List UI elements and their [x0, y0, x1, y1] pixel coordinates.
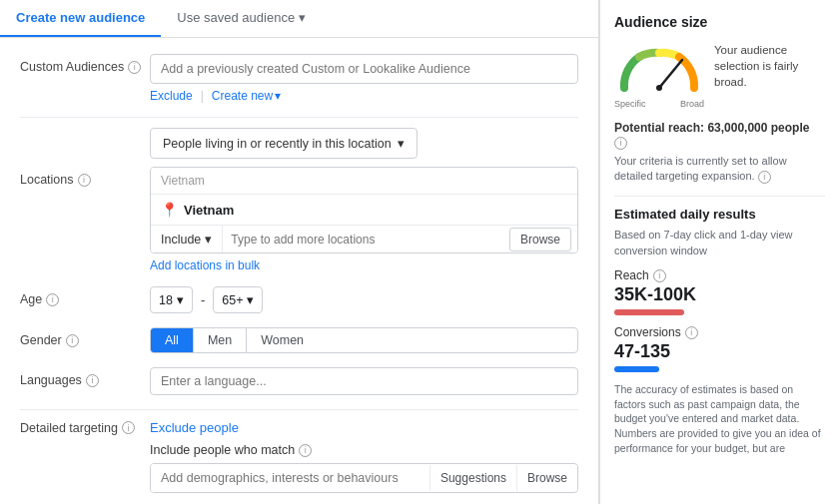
- suggestions-button[interactable]: Suggestions: [429, 465, 516, 491]
- custom-audiences-content: Exclude | Create new ▾: [150, 54, 578, 103]
- tab-create-new[interactable]: Create new audience: [0, 0, 161, 37]
- add-bulk-link[interactable]: Add locations in bulk: [150, 258, 578, 272]
- location-controls: Include ▾ Browse: [151, 225, 577, 252]
- custom-audiences-row: Custom Audiences i Exclude | Create new …: [20, 54, 578, 103]
- locations-info-icon[interactable]: i: [78, 174, 91, 187]
- location-pin-icon: 📍: [161, 202, 178, 218]
- gender-content: All Men Women: [150, 327, 578, 353]
- svg-line-0: [659, 60, 682, 88]
- locations-content: Vietnam 📍 Vietnam Include ▾: [150, 167, 578, 272]
- conversions-info-icon[interactable]: i: [685, 326, 698, 339]
- detailed-targeting-label: Detailed targeting i: [20, 421, 150, 435]
- targeting-input[interactable]: [151, 464, 429, 492]
- age-from-select[interactable]: 18 ▾: [150, 286, 193, 313]
- chevron-down-icon: ▾: [275, 89, 281, 103]
- chevron-down-icon: ▾: [205, 232, 212, 247]
- estimated-title: Estimated daily results: [614, 207, 825, 222]
- tab-bar: Create new audience Use saved audience ▾: [0, 0, 598, 38]
- languages-row: Languages i: [20, 367, 578, 395]
- gender-all-button[interactable]: All: [151, 328, 194, 352]
- include-people-label: Include people who match i: [150, 443, 578, 457]
- age-info-icon[interactable]: i: [46, 293, 59, 306]
- detailed-targeting-section: Detailed targeting i Exclude people Incl…: [20, 420, 578, 493]
- reach-value: 35K-100K: [614, 284, 825, 305]
- chevron-down-icon: ▾: [247, 292, 254, 307]
- custom-audiences-label: Custom Audiences i: [20, 54, 150, 74]
- age-label: Age i: [20, 286, 150, 306]
- tab-create-new-label: Create new audience: [16, 10, 145, 25]
- language-input[interactable]: [150, 367, 578, 395]
- age-content: 18 ▾ - 65+ ▾: [150, 286, 578, 313]
- gender-info-icon[interactable]: i: [66, 334, 79, 347]
- include-dropdown[interactable]: Include ▾: [151, 226, 223, 252]
- custom-audiences-info-icon[interactable]: i: [128, 61, 141, 74]
- main-content: Custom Audiences i Exclude | Create new …: [0, 38, 598, 504]
- languages-label: Languages i: [20, 367, 150, 387]
- conversions-bar: [614, 366, 659, 372]
- location-section: People living in or recently in this loc…: [20, 128, 578, 272]
- potential-reach: Potential reach: 63,000,000 people i: [614, 121, 825, 150]
- locations-label: Locations i: [20, 167, 150, 187]
- audience-description: Your audience selection is fairly broad.: [714, 42, 825, 90]
- audience-gauge: [614, 42, 704, 94]
- chevron-down-icon: ▾: [177, 292, 184, 307]
- location-item-vietnam: 📍 Vietnam: [151, 195, 577, 225]
- right-panel: Audience size Specific Broad: [599, 0, 839, 504]
- svg-point-1: [656, 85, 662, 91]
- criteria-note: Your criteria is currently set to allow …: [614, 154, 825, 185]
- gender-label: Gender i: [20, 327, 150, 347]
- audience-links: Exclude | Create new ▾: [150, 89, 578, 103]
- languages-info-icon[interactable]: i: [86, 374, 99, 387]
- location-type-input[interactable]: [223, 227, 509, 252]
- location-box: Vietnam 📍 Vietnam Include ▾: [150, 167, 578, 253]
- targeting-browse-button[interactable]: Browse: [516, 465, 577, 491]
- conversions-label: Conversions i: [614, 325, 825, 339]
- exclude-link[interactable]: Exclude: [150, 89, 193, 103]
- gender-row: Gender i All Men Women: [20, 327, 578, 353]
- age-to-select[interactable]: 65+ ▾: [213, 286, 263, 313]
- tab-use-saved-label: Use saved audience: [177, 10, 295, 25]
- chevron-down-icon: ▾: [299, 10, 306, 25]
- location-browse-button[interactable]: Browse: [509, 228, 571, 252]
- chevron-down-icon: ▾: [398, 136, 405, 151]
- exclude-people-link[interactable]: Exclude people: [150, 420, 239, 435]
- custom-audience-input[interactable]: [150, 54, 578, 84]
- audience-size-title: Audience size: [614, 14, 825, 30]
- age-row: Age i 18 ▾ - 65+ ▾: [20, 286, 578, 313]
- gauge-labels: Specific Broad: [614, 99, 704, 109]
- targeting-input-row: Suggestions Browse: [150, 463, 578, 493]
- divider-1: [20, 117, 578, 118]
- detailed-label-row: Detailed targeting i Exclude people: [20, 420, 578, 435]
- criteria-info-icon[interactable]: i: [758, 171, 771, 184]
- location-search-header: Vietnam: [151, 168, 577, 195]
- include-people-info-icon[interactable]: i: [299, 444, 312, 457]
- age-controls: 18 ▾ - 65+ ▾: [150, 286, 578, 313]
- age-dash: -: [201, 292, 205, 307]
- location-type-dropdown[interactable]: People living in or recently in this loc…: [150, 128, 418, 159]
- potential-reach-info-icon[interactable]: i: [614, 137, 627, 150]
- languages-content: [150, 367, 578, 395]
- reach-info-icon[interactable]: i: [653, 269, 666, 282]
- estimated-note: Based on 7-day click and 1-day view conv…: [614, 228, 825, 258]
- accuracy-note: The accuracy of estimates is based on fa…: [614, 382, 825, 455]
- divider-2: [20, 409, 578, 410]
- reach-label: Reach i: [614, 268, 825, 282]
- gender-men-button[interactable]: Men: [194, 328, 247, 352]
- divider-right: [614, 196, 825, 197]
- gender-controls: All Men Women: [150, 327, 578, 353]
- gauge-container: Specific Broad Your audience selection i…: [614, 42, 825, 109]
- create-new-link[interactable]: Create new ▾: [212, 89, 281, 103]
- tab-use-saved[interactable]: Use saved audience ▾: [161, 0, 322, 37]
- conversions-value: 47-135: [614, 341, 825, 362]
- gauge-wrap: Specific Broad: [614, 42, 704, 109]
- locations-row: Locations i Vietnam 📍 Vietnam: [20, 167, 578, 272]
- detailed-targeting-info-icon[interactable]: i: [122, 421, 135, 434]
- gender-women-button[interactable]: Women: [247, 328, 318, 352]
- reach-bar: [614, 309, 684, 315]
